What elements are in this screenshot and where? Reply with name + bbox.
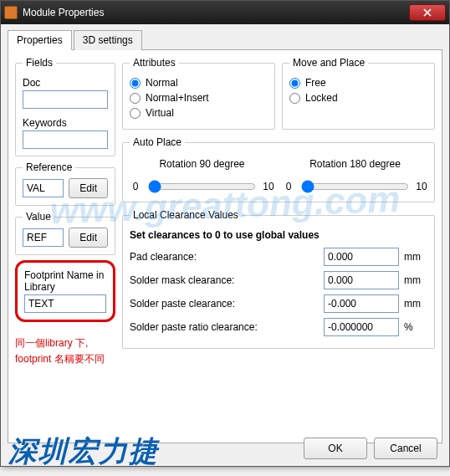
- mp-locked-label: Locked: [305, 92, 338, 104]
- pad-clearance-label: Pad clearance:: [130, 251, 319, 263]
- pad-clearance-unit: mm: [404, 251, 427, 263]
- clearances-group: Local Clearance Values Set clearances to…: [122, 209, 435, 349]
- mp-free-radio[interactable]: [289, 78, 300, 89]
- dialog-buttons: OK Cancel: [304, 438, 437, 459]
- paste-clearance-unit: mm: [404, 298, 427, 310]
- cancel-button[interactable]: Cancel: [374, 438, 437, 459]
- value-group: Value Edit: [15, 211, 115, 255]
- reference-edit-button[interactable]: Edit: [69, 178, 108, 198]
- annotation-line2: footprint 名稱要不同: [15, 351, 115, 367]
- mask-clearance-label: Solder mask clearance:: [130, 274, 319, 286]
- clearances-legend: Local Clearance Values: [130, 209, 242, 221]
- dialog-body: Properties 3D settings Fields Doc Keywor…: [1, 24, 449, 466]
- attributes-group: Attributes Normal Normal+Insert Virtual: [122, 57, 275, 130]
- close-button[interactable]: [409, 4, 446, 21]
- close-icon: [423, 8, 432, 17]
- attr-virtual-label: Virtual: [146, 107, 174, 119]
- rot180-min: 0: [283, 181, 294, 192]
- mask-clearance-input[interactable]: [324, 271, 399, 289]
- ratio-clearance-label: Solder paste ratio clearance:: [130, 321, 319, 333]
- footprint-label: Footprint Name in Library: [24, 269, 106, 293]
- mp-locked-radio[interactable]: [289, 93, 300, 104]
- attr-normal-radio[interactable]: [130, 78, 141, 89]
- tabstrip: Properties 3D settings: [8, 29, 442, 50]
- keywords-label: Keywords: [23, 117, 108, 129]
- reference-group: Reference Edit: [15, 161, 115, 206]
- keywords-input[interactable]: [23, 131, 108, 149]
- attributes-legend: Attributes: [130, 57, 179, 69]
- reference-input[interactable]: [23, 179, 64, 197]
- attr-normal-label: Normal: [146, 77, 178, 89]
- value-legend: Value: [23, 211, 54, 223]
- paste-clearance-label: Solder paste clearance:: [130, 298, 319, 310]
- annotation: 同一個library 下, footprint 名稱要不同: [15, 335, 115, 367]
- tabpage-properties: Fields Doc Keywords Reference Edit: [8, 50, 442, 443]
- tab-3d-settings[interactable]: 3D settings: [74, 30, 142, 50]
- rot180-max: 10: [416, 181, 427, 192]
- moveplace-legend: Move and Place: [289, 57, 368, 69]
- attr-virtual-radio[interactable]: [130, 108, 141, 119]
- moveplace-group: Move and Place Free Locked: [282, 57, 435, 130]
- autoplace-legend: Auto Place: [130, 136, 185, 148]
- ratio-clearance-unit: %: [404, 321, 427, 333]
- doc-input[interactable]: [23, 90, 108, 109]
- rot180-slider[interactable]: [301, 180, 409, 193]
- rot90-max: 10: [263, 181, 274, 192]
- mask-clearance-unit: mm: [404, 274, 427, 286]
- annotation-line1: 同一個library 下,: [15, 335, 115, 351]
- value-input[interactable]: [23, 228, 64, 247]
- fields-group: Fields Doc Keywords: [15, 57, 115, 156]
- fields-legend: Fields: [23, 57, 56, 69]
- autoplace-group: Auto Place Rotation 90 degree 0 10: [122, 136, 435, 202]
- rot90-slider[interactable]: [148, 180, 256, 193]
- clearances-hint: Set clearances to 0 to use global values: [130, 229, 427, 241]
- attr-normalinsert-label: Normal+Insert: [146, 92, 209, 104]
- doc-label: Doc: [23, 77, 108, 89]
- footprint-highlight: Footprint Name in Library: [15, 260, 115, 322]
- rot180-label: Rotation 180 degree: [283, 158, 427, 170]
- ok-button[interactable]: OK: [304, 438, 367, 459]
- window-title: Module Properties: [23, 7, 409, 18]
- titlebar: Module Properties: [1, 1, 449, 24]
- attr-normalinsert-radio[interactable]: [130, 93, 141, 104]
- window: Module Properties Properties 3D settings…: [0, 0, 450, 467]
- app-icon: [4, 6, 18, 19]
- value-edit-button[interactable]: Edit: [69, 228, 108, 248]
- tab-properties[interactable]: Properties: [8, 30, 72, 50]
- rot90-min: 0: [130, 181, 141, 192]
- ratio-clearance-input[interactable]: [324, 318, 399, 336]
- rot90-label: Rotation 90 degree: [130, 158, 274, 170]
- mp-free-label: Free: [305, 77, 326, 89]
- paste-clearance-input[interactable]: [324, 294, 399, 313]
- footprint-name-input[interactable]: [24, 294, 106, 313]
- reference-legend: Reference: [23, 161, 75, 173]
- pad-clearance-input[interactable]: [324, 248, 399, 266]
